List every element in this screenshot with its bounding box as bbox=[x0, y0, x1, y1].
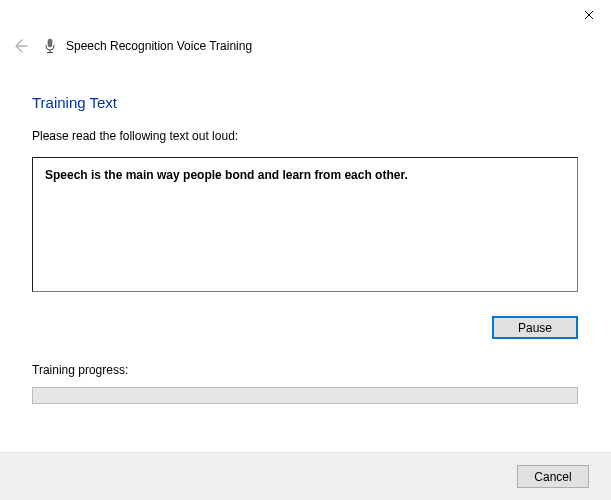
close-button[interactable] bbox=[566, 0, 611, 30]
pause-button[interactable]: Pause bbox=[492, 316, 578, 339]
progress-label: Training progress: bbox=[32, 363, 579, 377]
dialog-footer: Cancel bbox=[0, 452, 611, 500]
back-arrow-icon bbox=[10, 36, 30, 56]
pause-row: Pause bbox=[32, 316, 578, 339]
cancel-button[interactable]: Cancel bbox=[517, 465, 589, 488]
svg-rect-0 bbox=[48, 39, 52, 47]
window-title: Speech Recognition Voice Training bbox=[66, 39, 252, 53]
page-heading: Training Text bbox=[32, 94, 579, 111]
instruction-text: Please read the following text out loud: bbox=[32, 129, 579, 143]
progress-bar bbox=[32, 387, 578, 404]
speech-text: Speech is the main way people bond and l… bbox=[45, 168, 565, 182]
training-text-box: Speech is the main way people bond and l… bbox=[32, 157, 578, 292]
header-row: Speech Recognition Voice Training bbox=[0, 32, 611, 60]
dialog-window: Speech Recognition Voice Training Traini… bbox=[0, 0, 611, 500]
microphone-icon bbox=[42, 38, 58, 54]
titlebar bbox=[0, 0, 611, 32]
content-area: Training Text Please read the following … bbox=[0, 60, 611, 404]
